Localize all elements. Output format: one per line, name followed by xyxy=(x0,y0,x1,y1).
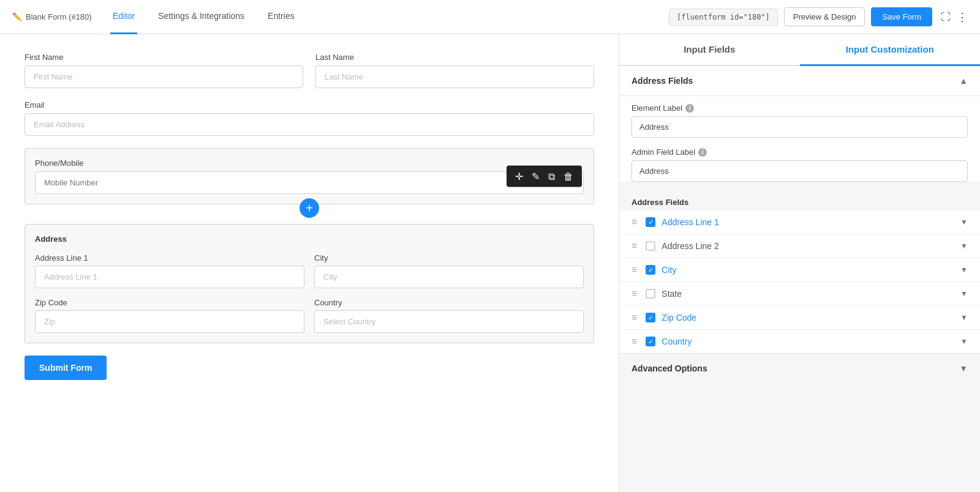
email-input[interactable] xyxy=(24,113,594,136)
dropdown-state[interactable]: ▼ xyxy=(960,289,968,298)
drag-handle-state[interactable]: ≡ xyxy=(631,288,637,299)
phone-section: Phone/Mobile ✛ ✎ ⧉ 🗑 xyxy=(24,148,594,204)
checkbox-city[interactable]: ✓ xyxy=(646,265,655,275)
dropdown-address-line-2[interactable]: ▼ xyxy=(960,242,968,250)
element-label-text: Element Label i xyxy=(631,103,968,113)
field-name-state[interactable]: State xyxy=(662,289,954,299)
dropdown-address-line-1[interactable]: ▼ xyxy=(960,218,968,226)
toolbar-delete-button[interactable]: 🗑 xyxy=(560,168,577,184)
advanced-options-title: Advanced Options xyxy=(631,363,707,373)
tab-input-customization[interactable]: Input Customization xyxy=(800,34,981,66)
dropdown-city[interactable]: ▼ xyxy=(960,266,968,274)
email-label: Email xyxy=(24,100,594,110)
last-name-input[interactable] xyxy=(315,65,594,88)
drag-handle-address-line-2[interactable]: ≡ xyxy=(631,240,637,252)
chevron-up-icon: ▲ xyxy=(959,76,968,86)
tab-editor[interactable]: Editor xyxy=(110,0,138,34)
nav-left: ✏️ Blank Form (#180) Editor Settings & I… xyxy=(12,0,669,34)
tab-settings[interactable]: Settings & Integrations xyxy=(156,0,247,34)
field-name-address-line-2[interactable]: Address Line 2 xyxy=(662,241,954,251)
last-name-field: Last Name xyxy=(315,53,594,88)
panel-tabs: Input Fields Input Customization xyxy=(619,34,980,66)
submit-form-button[interactable]: Submit Form xyxy=(24,356,107,380)
field-name-address-line-1[interactable]: Address Line 1 xyxy=(662,217,954,227)
phone-input[interactable] xyxy=(35,171,584,194)
blank-form-label: ✏️ Blank Form (#180) xyxy=(12,12,92,21)
admin-field-label-group: Admin Field Label i xyxy=(619,147,980,182)
element-label-input[interactable] xyxy=(631,116,968,138)
checkbox-state[interactable] xyxy=(646,289,655,299)
main-layout: First Name Last Name Email Phone/Mobile … xyxy=(0,34,980,492)
address-fields-subtitle: Address Fields xyxy=(619,192,980,211)
pencil-icon: ✏️ xyxy=(12,12,22,21)
zip-input[interactable] xyxy=(35,310,304,333)
address-line1-label: Address Line 1 xyxy=(35,253,304,263)
city-label: City xyxy=(314,253,584,263)
admin-field-label-info-icon: i xyxy=(698,148,707,157)
checkbox-country[interactable]: ✓ xyxy=(646,337,655,346)
country-input[interactable] xyxy=(314,310,584,333)
drag-handle-address-line-1[interactable]: ≡ xyxy=(631,217,637,228)
country-label: Country xyxy=(314,298,584,307)
top-nav: ✏️ Blank Form (#180) Editor Settings & I… xyxy=(0,0,980,34)
address-fields-title: Address Fields xyxy=(631,76,693,86)
phone-label: Phone/Mobile xyxy=(35,158,584,168)
drag-handle-country[interactable]: ≡ xyxy=(631,336,637,347)
field-name-zip-code[interactable]: Zip Code xyxy=(662,313,954,322)
dropdown-zip-code[interactable]: ▼ xyxy=(960,313,968,322)
chevron-down-icon: ▼ xyxy=(959,363,968,373)
field-row-zip-code: ≡ ✓ Zip Code ▼ xyxy=(619,306,980,330)
checkbox-address-line-2[interactable] xyxy=(646,241,655,251)
field-row-state: ≡ State ▼ xyxy=(619,282,980,306)
first-name-field: First Name xyxy=(24,53,303,88)
field-toolbar: ✛ ✎ ⧉ 🗑 xyxy=(507,166,582,187)
shortcode-box[interactable]: [fluentform id="180"] xyxy=(669,9,778,26)
right-panel: Input Fields Input Customization Address… xyxy=(619,34,980,492)
email-row: Email xyxy=(24,100,594,136)
dropdown-country[interactable]: ▼ xyxy=(960,337,968,346)
field-row-address-line-2: ≡ Address Line 2 ▼ xyxy=(619,234,980,258)
drag-handle-zip-code[interactable]: ≡ xyxy=(631,312,637,323)
more-options-icon[interactable]: ⋮ xyxy=(957,10,968,24)
checkbox-zip-code[interactable]: ✓ xyxy=(646,313,655,322)
zip-label: Zip Code xyxy=(35,298,304,307)
advanced-options-header[interactable]: Advanced Options ▼ xyxy=(619,353,980,383)
address-line1-field: Address Line 1 xyxy=(35,253,304,288)
element-label-group: Element Label i xyxy=(619,103,980,138)
element-label-info-icon: i xyxy=(685,104,694,113)
city-input[interactable] xyxy=(314,266,584,288)
toolbar-copy-button[interactable]: ⧉ xyxy=(545,168,559,184)
address-section: Address Address Line 1 City Zip Code xyxy=(24,224,594,343)
last-name-label: Last Name xyxy=(315,53,594,62)
name-row: First Name Last Name xyxy=(24,53,594,88)
toolbar-move-button[interactable]: ✛ xyxy=(511,168,527,185)
expand-icon[interactable]: ⛶ xyxy=(941,12,951,23)
field-row-city: ≡ ✓ City ▼ xyxy=(619,258,980,282)
field-name-country[interactable]: Country xyxy=(662,337,954,346)
tab-entries[interactable]: Entries xyxy=(265,0,297,34)
field-row-address-line-1: ≡ ✓ Address Line 1 ▼ xyxy=(619,211,980,234)
address-section-title: Address xyxy=(35,234,584,244)
address-line1-input[interactable] xyxy=(35,266,304,288)
admin-field-label-text: Admin Field Label i xyxy=(631,147,968,157)
country-field: Country xyxy=(314,298,584,333)
address-fields-header[interactable]: Address Fields ▲ xyxy=(619,66,980,96)
zip-field: Zip Code xyxy=(35,298,304,333)
nav-right: [fluentform id="180"] Preview & Design S… xyxy=(669,7,968,26)
field-row-country: ≡ ✓ Country ▼ xyxy=(619,330,980,353)
toolbar-edit-button[interactable]: ✎ xyxy=(528,168,543,185)
save-form-button[interactable]: Save Form xyxy=(871,7,932,26)
add-field-button[interactable]: + xyxy=(300,198,319,218)
first-name-input[interactable] xyxy=(24,65,303,88)
field-name-city[interactable]: City xyxy=(662,265,954,275)
first-name-label: First Name xyxy=(24,53,303,62)
city-field: City xyxy=(314,253,584,288)
email-field: Email xyxy=(24,100,594,136)
drag-handle-city[interactable]: ≡ xyxy=(631,264,637,275)
admin-field-label-input[interactable] xyxy=(631,160,968,182)
editor-pane: First Name Last Name Email Phone/Mobile … xyxy=(0,34,619,492)
checkbox-address-line-1[interactable]: ✓ xyxy=(646,217,655,227)
address-grid: Address Line 1 City Zip Code Country xyxy=(35,253,584,333)
preview-design-button[interactable]: Preview & Design xyxy=(784,7,865,26)
tab-input-fields[interactable]: Input Fields xyxy=(619,34,800,66)
